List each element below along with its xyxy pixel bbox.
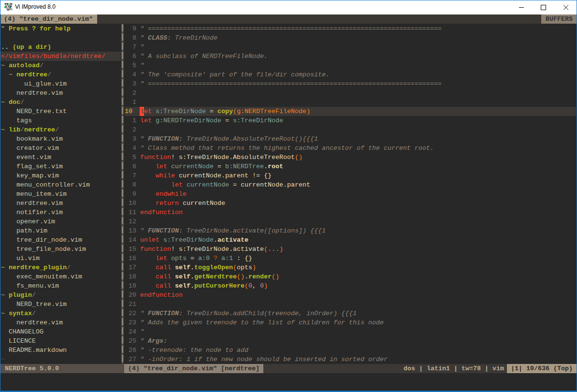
- svg-text:im: im: [8, 7, 13, 11]
